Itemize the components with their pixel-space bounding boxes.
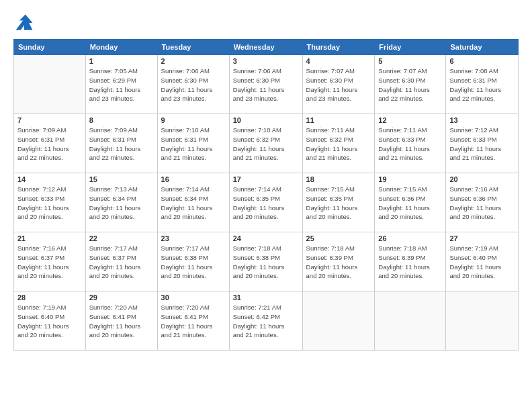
calendar-cell: 26Sunrise: 7:18 AM Sunset: 6:39 PM Dayli… [375,232,446,291]
calendar-cell: 1Sunrise: 7:05 AM Sunset: 6:29 PM Daylig… [85,55,157,114]
calendar-cell: 21Sunrise: 7:16 AM Sunset: 6:37 PM Dayli… [14,232,86,291]
calendar-cell: 11Sunrise: 7:11 AM Sunset: 6:32 PM Dayli… [302,114,375,173]
calendar-cell [375,291,446,351]
day-info: Sunrise: 7:07 AM Sunset: 6:30 PM Dayligh… [306,66,371,103]
week-row-2: 7Sunrise: 7:09 AM Sunset: 6:31 PM Daylig… [14,114,519,173]
day-info: Sunrise: 7:11 AM Sunset: 6:32 PM Dayligh… [306,126,371,163]
col-header-friday: Friday [375,40,446,55]
day-info: Sunrise: 7:14 AM Sunset: 6:34 PM Dayligh… [161,185,226,222]
day-number: 3 [233,57,299,65]
calendar-cell: 20Sunrise: 7:16 AM Sunset: 6:36 PM Dayli… [446,173,519,232]
day-number: 13 [449,116,515,124]
day-number: 22 [89,234,154,242]
week-row-4: 21Sunrise: 7:16 AM Sunset: 6:37 PM Dayli… [14,232,519,291]
day-info: Sunrise: 7:08 AM Sunset: 6:31 PM Dayligh… [449,66,515,103]
calendar-cell: 7Sunrise: 7:09 AM Sunset: 6:31 PM Daylig… [14,114,86,173]
day-number: 7 [17,116,82,124]
calendar-cell: 8Sunrise: 7:09 AM Sunset: 6:31 PM Daylig… [85,114,157,173]
day-number: 17 [233,175,299,183]
day-number: 27 [449,234,515,242]
calendar-cell: 12Sunrise: 7:11 AM Sunset: 6:33 PM Dayli… [375,114,446,173]
day-number: 15 [89,175,154,183]
calendar-cell: 18Sunrise: 7:15 AM Sunset: 6:35 PM Dayli… [302,173,375,232]
day-number: 9 [161,116,226,124]
day-number: 26 [378,234,442,242]
calendar-cell: 29Sunrise: 7:20 AM Sunset: 6:41 PM Dayli… [85,291,157,351]
logo [13,12,38,34]
day-info: Sunrise: 7:20 AM Sunset: 6:41 PM Dayligh… [161,303,226,340]
calendar-cell: 4Sunrise: 7:07 AM Sunset: 6:30 PM Daylig… [302,55,375,114]
day-number: 12 [378,116,442,124]
calendar: SundayMondayTuesdayWednesdayThursdayFrid… [13,39,519,351]
calendar-cell: 28Sunrise: 7:19 AM Sunset: 6:40 PM Dayli… [14,291,86,351]
day-info: Sunrise: 7:18 AM Sunset: 6:39 PM Dayligh… [306,244,371,281]
logo-icon [13,12,35,34]
day-info: Sunrise: 7:19 AM Sunset: 6:40 PM Dayligh… [449,244,515,281]
day-number: 10 [233,116,299,124]
calendar-cell: 17Sunrise: 7:14 AM Sunset: 6:35 PM Dayli… [229,173,302,232]
col-header-monday: Monday [85,40,157,55]
calendar-cell: 13Sunrise: 7:12 AM Sunset: 6:33 PM Dayli… [446,114,519,173]
day-info: Sunrise: 7:19 AM Sunset: 6:40 PM Dayligh… [17,303,82,340]
col-header-tuesday: Tuesday [157,40,229,55]
calendar-cell: 30Sunrise: 7:20 AM Sunset: 6:41 PM Dayli… [157,291,229,351]
day-number: 6 [449,57,515,65]
calendar-cell: 10Sunrise: 7:10 AM Sunset: 6:32 PM Dayli… [229,114,302,173]
week-row-1: 1Sunrise: 7:05 AM Sunset: 6:29 PM Daylig… [14,55,519,114]
day-number: 21 [17,234,82,242]
col-header-saturday: Saturday [446,40,519,55]
week-row-3: 14Sunrise: 7:12 AM Sunset: 6:33 PM Dayli… [14,173,519,232]
calendar-cell [14,55,86,114]
day-info: Sunrise: 7:05 AM Sunset: 6:29 PM Dayligh… [89,66,154,103]
day-info: Sunrise: 7:17 AM Sunset: 6:37 PM Dayligh… [89,244,154,281]
day-number: 14 [17,175,82,183]
day-number: 2 [161,57,226,65]
day-info: Sunrise: 7:18 AM Sunset: 6:38 PM Dayligh… [233,244,299,281]
day-info: Sunrise: 7:13 AM Sunset: 6:34 PM Dayligh… [89,185,154,222]
day-info: Sunrise: 7:06 AM Sunset: 6:30 PM Dayligh… [161,66,226,103]
day-info: Sunrise: 7:20 AM Sunset: 6:41 PM Dayligh… [89,303,154,340]
svg-marker-0 [16,15,33,30]
day-number: 18 [306,175,371,183]
day-number: 25 [306,234,371,242]
calendar-cell: 9Sunrise: 7:10 AM Sunset: 6:31 PM Daylig… [157,114,229,173]
calendar-cell: 5Sunrise: 7:07 AM Sunset: 6:30 PM Daylig… [375,55,446,114]
day-info: Sunrise: 7:10 AM Sunset: 6:31 PM Dayligh… [161,126,226,163]
day-info: Sunrise: 7:07 AM Sunset: 6:30 PM Dayligh… [378,66,442,103]
day-info: Sunrise: 7:12 AM Sunset: 6:33 PM Dayligh… [449,126,515,163]
calendar-cell: 19Sunrise: 7:15 AM Sunset: 6:36 PM Dayli… [375,173,446,232]
day-number: 23 [161,234,226,242]
col-header-sunday: Sunday [14,40,86,55]
day-number: 30 [161,293,226,302]
day-number: 4 [306,57,371,65]
day-info: Sunrise: 7:09 AM Sunset: 6:31 PM Dayligh… [17,126,82,163]
calendar-cell: 14Sunrise: 7:12 AM Sunset: 6:33 PM Dayli… [14,173,86,232]
calendar-cell: 23Sunrise: 7:17 AM Sunset: 6:38 PM Dayli… [157,232,229,291]
day-info: Sunrise: 7:12 AM Sunset: 6:33 PM Dayligh… [17,185,82,222]
calendar-cell: 16Sunrise: 7:14 AM Sunset: 6:34 PM Dayli… [157,173,229,232]
day-number: 29 [89,293,154,302]
header [13,12,519,34]
week-row-5: 28Sunrise: 7:19 AM Sunset: 6:40 PM Dayli… [14,291,519,351]
calendar-header-row: SundayMondayTuesdayWednesdayThursdayFrid… [14,40,519,55]
calendar-cell: 3Sunrise: 7:06 AM Sunset: 6:30 PM Daylig… [229,55,302,114]
day-info: Sunrise: 7:10 AM Sunset: 6:32 PM Dayligh… [233,126,299,163]
day-info: Sunrise: 7:18 AM Sunset: 6:39 PM Dayligh… [378,244,442,281]
day-number: 16 [161,175,226,183]
day-number: 5 [378,57,442,65]
day-info: Sunrise: 7:17 AM Sunset: 6:38 PM Dayligh… [161,244,226,281]
day-info: Sunrise: 7:16 AM Sunset: 6:36 PM Dayligh… [449,185,515,222]
day-info: Sunrise: 7:15 AM Sunset: 6:35 PM Dayligh… [306,185,371,222]
day-info: Sunrise: 7:09 AM Sunset: 6:31 PM Dayligh… [89,126,154,163]
calendar-cell: 25Sunrise: 7:18 AM Sunset: 6:39 PM Dayli… [302,232,375,291]
col-header-wednesday: Wednesday [229,40,302,55]
calendar-cell: 24Sunrise: 7:18 AM Sunset: 6:38 PM Dayli… [229,232,302,291]
day-number: 11 [306,116,371,124]
day-number: 24 [233,234,299,242]
day-number: 19 [378,175,442,183]
day-info: Sunrise: 7:16 AM Sunset: 6:37 PM Dayligh… [17,244,82,281]
calendar-cell [302,291,375,351]
page: SundayMondayTuesdayWednesdayThursdayFrid… [0,0,532,411]
day-number: 1 [89,57,154,65]
calendar-cell: 27Sunrise: 7:19 AM Sunset: 6:40 PM Dayli… [446,232,519,291]
